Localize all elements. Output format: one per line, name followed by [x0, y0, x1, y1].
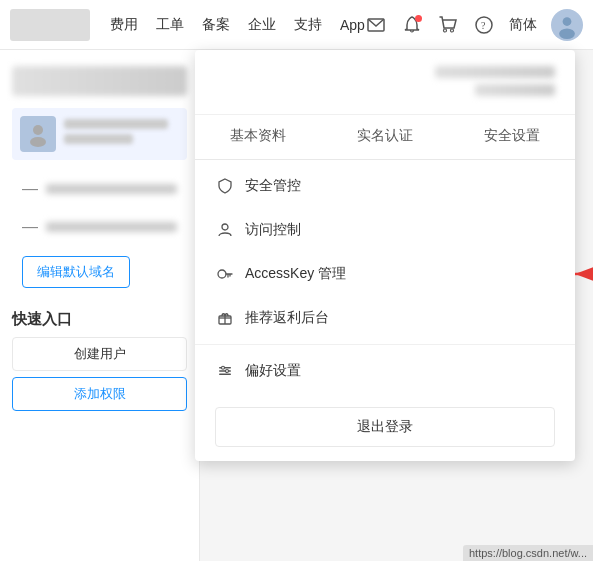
menu-item-referral[interactable]: 推荐返利后台 — [195, 296, 575, 340]
svg-point-10 — [222, 224, 228, 230]
sidebar-avatar — [20, 116, 56, 152]
email-icon[interactable] — [365, 14, 387, 36]
sidebar-info — [64, 119, 179, 149]
sidebar-user-card — [12, 108, 187, 160]
menu-item-security-control[interactable]: 安全管控 — [195, 164, 575, 208]
sidebar-blur-top — [12, 66, 187, 96]
svg-point-8 — [33, 125, 43, 135]
menu-item-preferences[interactable]: 偏好设置 — [195, 349, 575, 393]
nav-item-lang[interactable]: 简体 — [509, 16, 537, 34]
svg-point-9 — [30, 137, 46, 147]
dropdown-blur-username — [435, 66, 555, 78]
nav-item-app[interactable]: App — [340, 17, 365, 33]
sidebar-icon-1: — — [22, 180, 38, 198]
menu-divider — [195, 344, 575, 345]
nav-item-ticket[interactable]: 工单 — [156, 16, 184, 34]
notification-dot — [415, 15, 422, 22]
dropdown-menu: 安全管控 访问控制 AccessKey 管理 — [195, 160, 575, 397]
sidebar-icon-2: — — [22, 218, 38, 236]
add-permission-button[interactable]: 添加权限 — [12, 377, 187, 411]
user-dropdown: 基本资料 实名认证 安全设置 安全管控 — [195, 50, 575, 461]
tab-real-name[interactable]: 实名认证 — [322, 115, 449, 159]
left-sidebar: — — 编辑默认域名 快速入口 创建用户 添加权限 — [0, 50, 200, 561]
top-nav: 费用 工单 备案 企业 支持 App — [0, 0, 593, 50]
edit-domain-button[interactable]: 编辑默认域名 — [22, 256, 130, 288]
svg-point-7 — [559, 28, 575, 39]
tab-security[interactable]: 安全设置 — [448, 115, 575, 159]
svg-point-1 — [444, 29, 447, 32]
sidebar-menu-text-1 — [46, 184, 177, 194]
sidebar-info-id — [64, 134, 133, 144]
bell-icon[interactable] — [401, 14, 423, 36]
svg-rect-16 — [219, 374, 231, 376]
tab-basic-info[interactable]: 基本资料 — [195, 115, 322, 159]
svg-point-6 — [563, 17, 572, 26]
svg-point-18 — [226, 370, 229, 373]
svg-point-2 — [451, 29, 454, 32]
dropdown-blur-uid — [475, 84, 555, 96]
nav-item-fees[interactable]: 费用 — [110, 16, 138, 34]
nav-items: 费用 工单 备案 企业 支持 App — [110, 16, 365, 34]
nav-item-enterprise[interactable]: 企业 — [248, 16, 276, 34]
logout-button[interactable]: 退出登录 — [215, 407, 555, 447]
cart-icon[interactable] — [437, 14, 459, 36]
access-icon — [215, 220, 235, 240]
key-icon — [215, 264, 235, 284]
gift-icon — [215, 308, 235, 328]
main-content: — — 编辑默认域名 快速入口 创建用户 添加权限 基本资料 实名认证 安全设置 — [0, 50, 593, 561]
sidebar-menu-1[interactable]: — — [12, 172, 187, 206]
nav-logo — [10, 9, 90, 41]
svg-text:?: ? — [481, 20, 486, 31]
sidebar-info-name — [64, 119, 168, 129]
logout-section: 退出登录 — [195, 397, 575, 461]
dropdown-tabs: 基本资料 实名认证 安全设置 — [195, 115, 575, 160]
quick-access-title: 快速入口 — [12, 310, 187, 329]
nav-item-support[interactable]: 支持 — [294, 16, 322, 34]
pref-icon — [215, 361, 235, 381]
svg-point-17 — [222, 366, 225, 369]
nav-right: ? 简体 — [365, 9, 583, 41]
dropdown-user-area — [195, 50, 575, 115]
help-icon[interactable]: ? — [473, 14, 495, 36]
svg-point-11 — [218, 270, 226, 278]
url-bar: https://blog.csdn.net/w... — [463, 545, 593, 561]
nav-item-record[interactable]: 备案 — [202, 16, 230, 34]
sidebar-menu-2[interactable]: — — [12, 210, 187, 244]
avatar[interactable] — [551, 9, 583, 41]
menu-item-accesskey[interactable]: AccessKey 管理 — [195, 252, 575, 296]
sidebar-menu-text-2 — [46, 222, 177, 232]
create-user-button[interactable]: 创建用户 — [12, 337, 187, 371]
menu-item-access-control[interactable]: 访问控制 — [195, 208, 575, 252]
shield-icon — [215, 176, 235, 196]
